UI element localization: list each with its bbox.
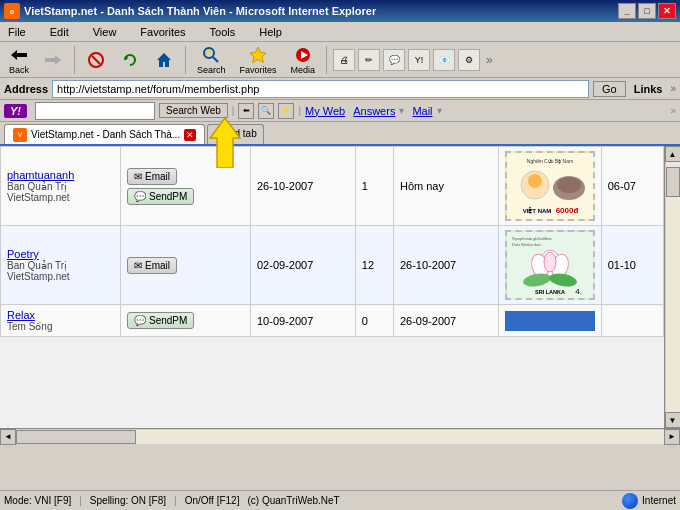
svg-marker-2 xyxy=(55,55,61,65)
home-icon xyxy=(154,50,174,70)
stamp-svg: Nghiên Cứu Bộ Nam 6000đ VIỆT NAM xyxy=(507,153,593,219)
status-bar: Mode: VNI [F9] | Spelling: ON [F8] | On/… xyxy=(0,490,680,510)
svg-text:4.: 4. xyxy=(575,287,582,296)
forward-button[interactable] xyxy=(38,47,68,73)
links-chevron-icon: » xyxy=(670,83,676,94)
yahoo-btn-2[interactable]: 📧 xyxy=(433,49,455,71)
email-button[interactable]: ✉ Email xyxy=(127,168,177,185)
toolbar-sep-2 xyxy=(185,46,186,74)
minimize-button[interactable]: _ xyxy=(618,3,636,19)
media-button[interactable]: Media xyxy=(286,42,321,78)
stamp-svg: Symphonia globulifera Dolu Beden dan ... xyxy=(507,232,593,298)
copyright-label: (c) QuanTriWeb.NeT xyxy=(247,495,339,506)
internet-zone: Internet xyxy=(622,493,676,509)
go-button[interactable]: Go xyxy=(593,81,626,97)
sendpm-button[interactable]: 💬 SendPM xyxy=(127,188,194,205)
yahoo-btn-1[interactable]: Y! xyxy=(408,49,430,71)
hscroll-thumb[interactable] xyxy=(16,430,136,444)
mail-link[interactable]: Mail xyxy=(412,105,432,117)
username-link[interactable]: Relax xyxy=(7,309,35,321)
edit-button[interactable]: ✏ xyxy=(358,49,380,71)
answers-link[interactable]: Answers xyxy=(353,105,395,117)
yahoo-logo: Y! xyxy=(4,104,27,118)
menu-tools[interactable]: Tools xyxy=(206,25,240,39)
menu-help[interactable]: Help xyxy=(255,25,286,39)
posts-cell: 0 xyxy=(355,305,393,337)
joined-cell: 02-09-2007 xyxy=(251,226,356,305)
stop-button[interactable] xyxy=(81,47,111,73)
user-role: Ban Quản Trị xyxy=(7,181,114,192)
yahoo-icon-2[interactable]: 🔍 xyxy=(258,103,274,119)
svg-text:Nghiên Cứu Bộ Nam: Nghiên Cứu Bộ Nam xyxy=(527,158,573,164)
menu-favorites[interactable]: Favorites xyxy=(136,25,189,39)
close-button[interactable]: ✕ xyxy=(658,3,676,19)
sendpm-button[interactable]: 💬 SendPM xyxy=(127,312,194,329)
svg-point-17 xyxy=(528,174,542,188)
address-input[interactable] xyxy=(52,80,589,98)
svg-text:6000đ: 6000đ xyxy=(555,206,578,215)
svg-rect-3 xyxy=(45,58,55,62)
user-info-cell: Relax Tem Sống xyxy=(1,305,121,337)
email-icon: ✉ xyxy=(134,260,142,271)
refresh-button[interactable] xyxy=(115,47,145,73)
back-label: Back xyxy=(9,65,29,75)
back-button[interactable]: Back xyxy=(4,42,34,78)
svg-line-9 xyxy=(213,57,218,62)
table-row: Relax Tem Sống 💬 SendPM 10-09-2007 xyxy=(1,305,664,337)
window-controls[interactable]: _ □ ✕ xyxy=(618,3,676,19)
username-link[interactable]: phamtuananh xyxy=(7,169,74,181)
horizontal-scrollbar[interactable]: ◄ ► xyxy=(0,428,680,444)
joined-cell: 10-09-2007 xyxy=(251,305,356,337)
menu-view[interactable]: View xyxy=(89,25,121,39)
home-button[interactable] xyxy=(149,47,179,73)
onoff-label: On/Off [F12] xyxy=(185,495,240,506)
user-info-cell: phamtuananh Ban Quản Trị VietStamp.net xyxy=(1,147,121,226)
user-info-cell: Poetry Ban Quản Trị VietStamp.net xyxy=(1,226,121,305)
search-web-button[interactable]: Search Web xyxy=(159,103,228,118)
hscroll-track[interactable] xyxy=(16,430,664,444)
vertical-scrollbar[interactable]: ▲ ▼ xyxy=(664,146,680,428)
scroll-right-button[interactable]: ► xyxy=(664,429,680,445)
svg-marker-7 xyxy=(157,53,171,67)
search-button[interactable]: Search xyxy=(192,42,231,78)
svg-text:VIỆT NAM: VIỆT NAM xyxy=(522,206,551,215)
stop-icon xyxy=(86,50,106,70)
yahoo-overflow[interactable]: » xyxy=(670,105,676,116)
my-web-link[interactable]: My Web xyxy=(305,105,345,117)
scroll-track[interactable] xyxy=(666,162,680,412)
menu-edit[interactable]: Edit xyxy=(46,25,73,39)
print-button[interactable]: 🖨 xyxy=(333,49,355,71)
scroll-thumb[interactable] xyxy=(666,167,680,197)
status-right: Internet xyxy=(622,493,676,509)
svg-text:Symphonia globulifera: Symphonia globulifera xyxy=(512,236,552,241)
email-button[interactable]: ✉ Email xyxy=(127,257,177,274)
scroll-down-button[interactable]: ▼ xyxy=(665,412,681,428)
yahoo-search-input[interactable] xyxy=(35,102,155,120)
links-button[interactable]: Links xyxy=(630,83,667,95)
forward-icon xyxy=(43,50,63,70)
scroll-up-button[interactable]: ▲ xyxy=(665,146,681,162)
add-tab-label: + Add tab xyxy=(214,128,257,139)
tab-close-button[interactable]: ✕ xyxy=(184,129,196,141)
favorites-button[interactable]: Favorites xyxy=(235,42,282,78)
toolbar-sep-1 xyxy=(74,46,75,74)
toolbar-overflow[interactable]: » xyxy=(486,53,493,67)
search-label: Search xyxy=(197,65,226,75)
add-tab-button[interactable]: + Add tab xyxy=(207,124,264,144)
tab-favicon: V xyxy=(13,128,27,142)
title-bar: e VietStamp.net - Danh Sách Thành Viên -… xyxy=(0,0,680,22)
menu-file[interactable]: File xyxy=(4,25,30,39)
username-link[interactable]: Poetry xyxy=(7,248,39,260)
yahoo-btn-3[interactable]: ⚙ xyxy=(458,49,480,71)
tab-vietstamp[interactable]: V VietStamp.net - Danh Sách Thà... ✕ xyxy=(4,124,205,144)
scroll-left-button[interactable]: ◄ xyxy=(0,429,16,445)
discuss-button[interactable]: 💬 xyxy=(383,49,405,71)
table-row: phamtuananh Ban Quản Trị VietStamp.net ✉… xyxy=(1,147,664,226)
svg-point-19 xyxy=(557,177,581,193)
last-post-cell: 06-07 xyxy=(601,147,663,226)
maximize-button[interactable]: □ xyxy=(638,3,656,19)
refresh-icon xyxy=(120,50,140,70)
yahoo-icon-3[interactable]: ⚡ xyxy=(278,103,294,119)
yahoo-icon-1[interactable]: ⬅ xyxy=(238,103,254,119)
tab-label: VietStamp.net - Danh Sách Thà... xyxy=(31,129,180,140)
